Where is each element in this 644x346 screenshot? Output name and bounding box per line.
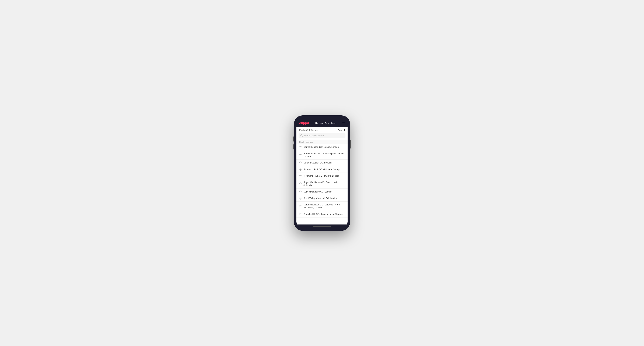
svg-point-10 (300, 206, 301, 206)
power-button (350, 140, 350, 149)
search-input[interactable] (304, 134, 344, 137)
location-pin-icon (299, 205, 302, 207)
course-name: Royal Wimbledon GC, Great London Authori… (304, 181, 345, 187)
location-pin-icon (299, 197, 302, 199)
svg-point-11 (300, 214, 301, 214)
search-icon (300, 134, 303, 137)
svg-point-2 (300, 147, 301, 147)
home-indicator-bar (313, 226, 331, 227)
hamburger-line-2 (342, 123, 345, 123)
list-item[interactable]: Richmond Park GC - Duke's, London (296, 173, 348, 179)
course-name: Coombe Hill GC, Kingston upon Thames (304, 213, 343, 216)
content-area: Find a Golf Course Cancel Nearby courses… (296, 127, 348, 224)
app-header: clippd Recent Searches (296, 120, 348, 127)
course-name: Dukes Meadows GC, London (304, 190, 332, 193)
svg-point-7 (300, 183, 301, 184)
app-logo: clippd (299, 121, 309, 125)
hamburger-line-1 (342, 122, 345, 122)
nearby-courses-label: Nearby courses (296, 140, 348, 144)
hamburger-menu-button[interactable] (342, 122, 345, 124)
hamburger-line-3 (342, 124, 345, 124)
list-item[interactable]: Dukes Meadows GC, London (296, 189, 348, 195)
list-item[interactable]: Richmond Park GC - Prince's, Surrey (296, 166, 348, 173)
phone-screen: clippd Recent Searches Find a Golf Cours… (296, 118, 348, 228)
svg-point-9 (300, 198, 301, 198)
list-item[interactable]: Royal Wimbledon GC, Great London Authori… (296, 179, 348, 189)
course-name: Brent Valley Municipal GC, London (304, 197, 338, 200)
list-item[interactable]: Brent Valley Municipal GC, London (296, 195, 348, 202)
svg-point-4 (300, 162, 301, 163)
list-item[interactable]: North Middlesex GC (1011942 - North Midd… (296, 202, 348, 211)
list-item[interactable]: Central London Golf Centre, London (296, 144, 348, 150)
course-name: Roehampton Club - Roehampton, Greater Lo… (304, 152, 345, 158)
search-box (298, 133, 346, 138)
location-pin-icon (299, 182, 302, 185)
phone-device: clippd Recent Searches Find a Golf Cours… (294, 115, 350, 231)
find-label: Find a Golf Course (299, 129, 318, 132)
course-name: Richmond Park GC - Duke's, London (304, 174, 339, 177)
location-pin-icon (299, 146, 302, 148)
location-pin-icon (299, 154, 302, 156)
find-header: Find a Golf Course Cancel (296, 127, 348, 133)
svg-point-6 (300, 175, 301, 176)
volume-up-button (294, 136, 294, 142)
location-pin-icon (299, 213, 302, 215)
location-pin-icon (299, 162, 302, 164)
page-title: Recent Searches (315, 122, 335, 125)
svg-point-3 (300, 154, 301, 155)
course-name: North Middlesex GC (1011942 - North Midd… (304, 203, 345, 209)
svg-point-8 (300, 191, 301, 192)
course-list: Central London Golf Centre, LondonRoeham… (296, 144, 348, 224)
list-item[interactable]: Roehampton Club - Roehampton, Greater Lo… (296, 150, 348, 160)
list-item[interactable]: London Scottish GC, London (296, 160, 348, 166)
location-pin-icon (299, 168, 302, 171)
svg-point-5 (300, 169, 301, 170)
status-bar (296, 118, 348, 120)
course-name: London Scottish GC, London (304, 161, 332, 164)
volume-down-button (294, 144, 294, 150)
location-pin-icon (299, 175, 302, 177)
course-name: Richmond Park GC - Prince's, Surrey (304, 168, 340, 171)
location-pin-icon (299, 190, 302, 193)
home-indicator-area (296, 224, 348, 228)
course-name: Central London Golf Centre, London (304, 146, 339, 149)
svg-line-1 (302, 136, 302, 137)
list-item[interactable]: Coombe Hill GC, Kingston upon Thames (296, 211, 348, 217)
cancel-button[interactable]: Cancel (338, 129, 345, 132)
